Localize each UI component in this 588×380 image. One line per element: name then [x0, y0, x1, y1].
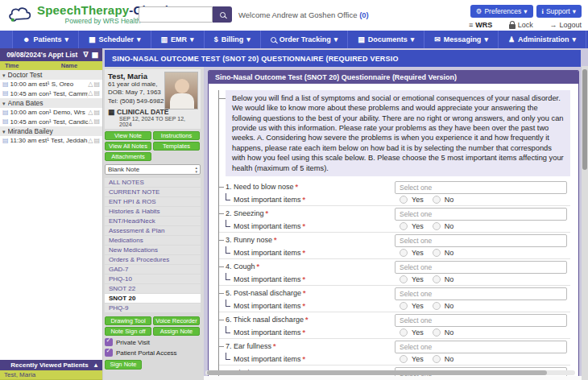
note-section-item[interactable]: Histories & Habits — [105, 207, 201, 216]
question-select-input[interactable] — [395, 261, 567, 274]
question-select-input[interactable] — [395, 341, 567, 353]
appt-row[interactable]: 10:00 am est¹ S, Oreo — [0, 80, 102, 89]
vertical-scrollbar[interactable] — [582, 66, 588, 380]
note-action-button[interactable]: View All Notes — [105, 142, 151, 151]
note-icon[interactable] — [93, 118, 100, 125]
yes-radio[interactable] — [400, 302, 408, 310]
search-input[interactable] — [139, 6, 213, 23]
nav-menu-item[interactable]: Billing — [205, 31, 261, 48]
lock-icon — [509, 24, 516, 29]
yes-label: Yes — [412, 249, 424, 257]
warning-icon[interactable] — [88, 90, 93, 97]
note-section-item[interactable]: New Medications — [105, 246, 201, 254]
question-select-input[interactable] — [395, 181, 567, 194]
note-tool-button[interactable]: Assign Note — [153, 327, 200, 336]
appt-row[interactable]: 10:45 am con¹ Test, Candice — [0, 118, 102, 127]
note-section-item[interactable]: SNOT 22 — [105, 284, 201, 293]
question-select-input[interactable] — [395, 234, 567, 247]
appt-row[interactable]: 10:45 am con¹ Test, Cammy — [0, 89, 102, 99]
calendar-icon[interactable] — [91, 52, 98, 59]
warning-icon[interactable] — [88, 109, 93, 116]
sign-note-button[interactable]: Sign Note — [105, 360, 142, 370]
no-radio[interactable] — [433, 196, 441, 204]
yes-radio[interactable] — [400, 196, 408, 204]
nav-menu-item[interactable]: Administration — [499, 31, 586, 48]
note-section-item[interactable]: SNOT 20 — [105, 294, 201, 303]
note-action-button[interactable]: Instructions — [153, 131, 200, 140]
recently-viewed-header[interactable]: Recently Viewed Patients — [0, 360, 102, 370]
appt-row[interactable]: Doctor Test — [0, 70, 102, 80]
lock-link[interactable]: Lock — [509, 21, 533, 29]
preferences-button[interactable]: Preferences — [470, 5, 533, 18]
nav-menu-item[interactable]: Messaging — [424, 31, 499, 48]
nav-menu-item[interactable]: Documents — [348, 31, 424, 48]
question-label: 4. Cough* — [219, 262, 395, 271]
appt-row[interactable]: 10:00 am con¹ Demo, Wrs — [0, 108, 102, 118]
no-radio[interactable] — [433, 275, 441, 283]
note-action-button[interactable]: View Note — [105, 131, 151, 140]
welcome-count-link[interactable]: (0) — [359, 10, 369, 19]
note-section-item[interactable]: ALL NOTES — [105, 178, 201, 187]
question-select-input[interactable] — [395, 208, 567, 221]
note-section-item[interactable]: Medications — [105, 236, 201, 245]
support-button[interactable]: Support — [536, 5, 582, 18]
vertical-scrollbar-thumb[interactable] — [582, 69, 587, 170]
no-radio[interactable] — [433, 355, 441, 363]
search-button[interactable] — [213, 6, 232, 23]
note-section-item[interactable]: Assessment & Plan — [105, 226, 201, 235]
recently-viewed-patient[interactable]: Test, Maria — [0, 370, 102, 380]
note-section-item[interactable]: PHQ-9 — [105, 304, 201, 312]
note-tool-button[interactable]: Drawing Tool — [105, 316, 151, 325]
appt-row[interactable]: 11:30 am est¹ Test, Jeddah — [0, 136, 102, 146]
note-section-label: SNOT 22 — [109, 285, 135, 292]
wrs-link[interactable]: WRS — [469, 21, 492, 29]
administration-icon — [508, 36, 515, 43]
note-section-item[interactable]: CURRENT NOTE — [105, 188, 201, 196]
yes-radio[interactable] — [400, 275, 408, 283]
note-template-select[interactable]: Blank Note — [105, 164, 201, 175]
warning-icon[interactable] — [88, 138, 93, 144]
appt-row[interactable]: Miranda Bailey — [0, 126, 102, 136]
no-radio[interactable] — [433, 328, 441, 337]
question-select-input[interactable] — [395, 287, 567, 300]
filter-icon[interactable] — [83, 52, 88, 59]
note-icon[interactable] — [93, 81, 100, 88]
note-section-item[interactable]: ENT/Head/Neck — [105, 217, 201, 225]
yes-radio[interactable] — [400, 222, 408, 230]
yes-radio[interactable] — [400, 328, 408, 337]
logout-link[interactable]: Logout — [549, 21, 582, 29]
note-tool-button[interactable]: Note Sign off — [105, 327, 151, 336]
note-section-label: New Medications — [109, 246, 158, 254]
yes-radio[interactable] — [400, 355, 408, 363]
note-icon[interactable] — [93, 90, 100, 97]
note-icon[interactable] — [93, 138, 100, 144]
note-action-button[interactable]: Attachments — [105, 152, 151, 161]
nav-menu-item[interactable]: Order Tracking — [261, 31, 349, 48]
note-tool-button[interactable]: Voice Recorder — [153, 316, 200, 325]
checkbox-checked-icon[interactable] — [105, 349, 113, 357]
warning-icon[interactable] — [88, 81, 93, 88]
horizontal-scrollbar-thumb[interactable] — [207, 370, 547, 375]
note-section-item[interactable]: ENT HPI & ROS — [105, 197, 201, 206]
yes-radio[interactable] — [400, 249, 408, 257]
question-select-input[interactable] — [395, 314, 567, 327]
appt-row[interactable]: Anna Bates — [0, 98, 102, 108]
nav-menu-item[interactable]: Patients — [13, 31, 79, 48]
nav-menu-item[interactable]: Scheduler — [79, 31, 151, 48]
appt-sheet-icon — [2, 109, 9, 116]
note-icon[interactable] — [93, 109, 100, 116]
note-section-item[interactable]: Orders & Procedures — [105, 255, 201, 264]
no-radio[interactable] — [433, 222, 441, 230]
checkbox-checked-icon[interactable] — [105, 338, 113, 346]
note-section-item[interactable]: PHQ-10 — [105, 275, 201, 283]
lock-label: Lock — [518, 21, 533, 29]
yes-label: Yes — [412, 302, 424, 310]
note-section-item[interactable]: GAD-7 — [105, 265, 201, 274]
warning-icon[interactable] — [88, 118, 93, 125]
no-radio[interactable] — [433, 302, 441, 310]
no-radio[interactable] — [433, 249, 441, 257]
horizontal-scrollbar[interactable] — [205, 370, 575, 375]
note-action-button[interactable]: Templates — [153, 142, 200, 151]
most-important-text: Most important items — [234, 302, 301, 310]
nav-menu-item[interactable]: EMR — [151, 31, 205, 48]
